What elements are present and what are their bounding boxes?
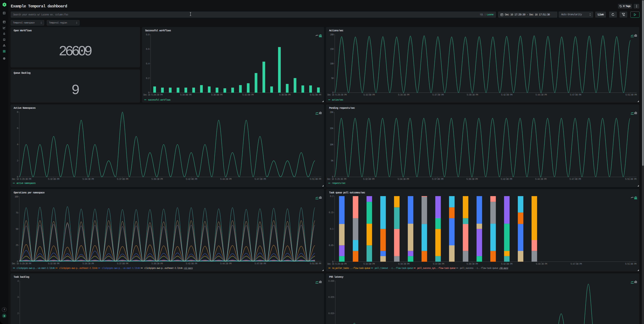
svg-text:200: 200 (330, 33, 334, 36)
svg-text:clickpipes-aws-p..-us-east-2.l: clickpipes-aws-p..-us-east-2.l2c4n (16, 267, 55, 270)
svg-text:+56 more: +56 more (499, 267, 508, 270)
svg-text:5:46:00 PM: 5:46:00 PM (279, 93, 291, 96)
svg-text:5:38:00 PM: 5:38:00 PM (211, 93, 222, 96)
svg-text:5:39:30 PM: 5:39:30 PM (152, 178, 163, 181)
svg-text:Successful workflows: Successful workflows (145, 29, 171, 32)
svg-text:action/sec: action/sec (332, 99, 343, 101)
svg-text:5:51:00 PM: 5:51:00 PM (625, 178, 636, 181)
svg-text:5:37:00 PM: 5:37:00 PM (432, 93, 444, 96)
svg-text:8: 8 (17, 111, 18, 113)
svg-text:5:32:00 PM: 5:32:00 PM (364, 93, 375, 96)
svg-text:5:44:30 PM: 5:44:30 PM (536, 93, 547, 96)
svg-text:4: 4 (17, 280, 18, 283)
svg-text:Dec 16 5:29:30 PM: Dec 16 5:29:30 PM (12, 262, 31, 265)
svg-text:?: ? (4, 309, 5, 311)
svg-text:0.8: 0.8 (146, 33, 150, 36)
svg-text:0.4: 0.4 (146, 62, 150, 65)
svg-text:poll_timeout · c..-flow-task-q: poll_timeout · c..-flow-task-queue (375, 267, 413, 270)
svg-text:Dec 16 5:29:30 PM: Dec 16 5:29:30 PM (144, 93, 163, 96)
svg-text:5:37:00 PM: 5:37:00 PM (117, 178, 128, 181)
svg-text:15K: 15K (330, 127, 334, 130)
svg-text:5:42:00 PM: 5:42:00 PM (242, 93, 254, 96)
svg-text:100: 100 (330, 62, 334, 65)
svg-text:5:51:00 PM: 5:51:00 PM (310, 178, 321, 181)
svg-text:0.029: 0.029 (328, 296, 334, 299)
svg-text:no_poller_tasks ..-flow-task-q: no_poller_tasks ..-flow-task-queue (332, 267, 370, 270)
svg-text:5:44:30 PM: 5:44:30 PM (535, 178, 546, 181)
svg-text:6: 6 (17, 127, 18, 130)
svg-text:5:44:30 PM: 5:44:30 PM (536, 263, 547, 265)
svg-text:5:51:00 PM: 5:51:00 PM (310, 262, 321, 265)
svg-text:Queue Backlog: Queue Backlog (14, 72, 30, 75)
svg-text:+12 more: +12 more (184, 267, 193, 270)
svg-text:5:47:00 PM: 5:47:00 PM (254, 262, 266, 265)
svg-text:5:42:00 PM: 5:42:00 PM (186, 178, 197, 181)
svg-text:5:34:30 PM: 5:34:30 PM (398, 93, 410, 96)
svg-text:0.2: 0.2 (330, 195, 334, 198)
svg-text:5:44:30 PM: 5:44:30 PM (220, 178, 232, 181)
svg-text:5:51:00 PM: 5:51:00 PM (625, 263, 636, 265)
svg-text:5:37:00 PM: 5:37:00 PM (117, 262, 128, 265)
svg-text:50: 50 (16, 228, 18, 231)
svg-text:5:34:30 PM: 5:34:30 PM (82, 178, 94, 181)
svg-text:2: 2 (17, 312, 18, 315)
svg-text:5:32:00 PM: 5:32:00 PM (363, 178, 374, 181)
svg-text:Actions/sec: Actions/sec (329, 29, 344, 32)
svg-text:75: 75 (16, 212, 18, 214)
svg-text:4: 4 (17, 143, 18, 146)
svg-text:0.6: 0.6 (146, 48, 150, 50)
svg-text:Dec 16 5:29:30 PM: Dec 16 5:29:30 PM (327, 178, 346, 181)
svg-text:0.038: 0.038 (328, 280, 334, 283)
svg-text:5:37:00 PM: 5:37:00 PM (433, 263, 444, 265)
svg-text:Task queue poll outcomes/sec: Task queue poll outcomes/sec (329, 191, 365, 194)
svg-text:5:32:00 PM: 5:32:00 PM (364, 263, 375, 265)
svg-text:5:34:00 PM: 5:34:00 PM (180, 93, 192, 96)
svg-text:Dec 16 5:29:30 PM: Dec 16 5:29:30 PM (327, 263, 347, 265)
svg-text:active namespaces: active namespaces (16, 182, 36, 185)
svg-text:0.019: 0.019 (328, 312, 334, 315)
svg-text:poll_success · c..-flow-task-q: poll_success · c..-flow-task-queue (460, 267, 498, 270)
svg-text:clickpipes-aws-p..outheast-2.l: clickpipes-aws-p..outheast-2.l2c4n (59, 267, 98, 270)
svg-text:0.1: 0.1 (330, 228, 334, 230)
svg-text:0.05: 0.05 (329, 244, 334, 247)
svg-text:clickpipes-aws-p..outheast-2.l: clickpipes-aws-p..outheast-2.l2c4n (144, 267, 183, 270)
svg-text:2: 2 (17, 159, 18, 162)
svg-text:requests/sec: requests/sec (332, 182, 346, 185)
svg-text:150: 150 (330, 48, 334, 50)
svg-text:5K: 5K (331, 159, 334, 162)
svg-text:5:32:00 PM: 5:32:00 PM (48, 262, 59, 265)
svg-text:5:47:00 PM: 5:47:00 PM (570, 263, 582, 265)
svg-text:Open Workflows: Open Workflows (14, 29, 32, 32)
svg-text:20K: 20K (330, 111, 334, 114)
svg-text:5:34:30 PM: 5:34:30 PM (398, 263, 410, 265)
svg-text:10K: 10K (330, 143, 334, 146)
svg-text:successful workflows: successful workflows (148, 99, 170, 101)
svg-text:P95 latency: P95 latency (329, 276, 344, 279)
svg-text:9: 9 (72, 82, 79, 98)
svg-text:5:47:00 PM: 5:47:00 PM (570, 93, 581, 96)
svg-text:Dec 16 5:29:30 PM: Dec 16 5:29:30 PM (12, 178, 31, 181)
svg-text:5:42:00 PM: 5:42:00 PM (501, 263, 512, 265)
svg-text:Operations per namespace: Operations per namespace (14, 191, 44, 194)
svg-text:5:51:00 PM: 5:51:00 PM (310, 93, 321, 96)
svg-text:5:39:30 PM: 5:39:30 PM (466, 263, 478, 265)
svg-text:5:44:30 PM: 5:44:30 PM (220, 262, 232, 265)
svg-text:clickpipes-aws-p..-us-east-1.l: clickpipes-aws-p..-us-east-1.l2c4n (102, 267, 140, 270)
svg-text:Active Namespaces: Active Namespaces (14, 107, 36, 110)
svg-text:100: 100 (14, 195, 18, 198)
svg-text:3: 3 (17, 296, 18, 299)
svg-text:5:42:00 PM: 5:42:00 PM (501, 178, 512, 181)
svg-text:5:32:00 PM: 5:32:00 PM (48, 178, 59, 181)
svg-text:0.15: 0.15 (329, 211, 334, 214)
svg-text:26609: 26609 (59, 43, 92, 59)
svg-text:5:34:30 PM: 5:34:30 PM (398, 178, 409, 181)
svg-text:Task backlog: Task backlog (14, 276, 29, 279)
svg-text:5:37:00 PM: 5:37:00 PM (432, 178, 444, 181)
svg-text:poll_success_syn..-flow-task-q: poll_success_syn..-flow-task-queue (417, 267, 456, 270)
svg-text:5:39:30 PM: 5:39:30 PM (152, 262, 163, 265)
svg-text:5:39:30 PM: 5:39:30 PM (467, 93, 478, 96)
svg-text:5:39:30 PM: 5:39:30 PM (466, 178, 478, 181)
svg-text:5:34:30 PM: 5:34:30 PM (82, 262, 94, 265)
svg-text:5:51:00 PM: 5:51:00 PM (626, 93, 637, 96)
svg-text:5:47:00 PM: 5:47:00 PM (570, 178, 581, 181)
